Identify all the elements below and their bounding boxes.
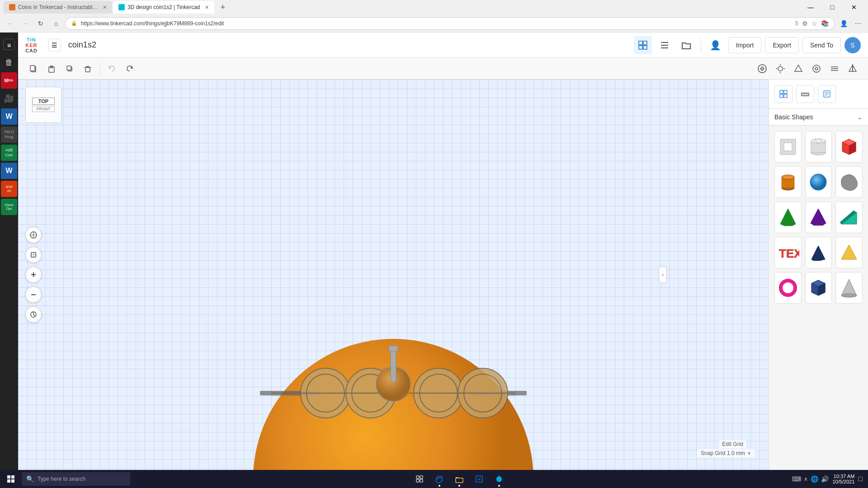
svg-point-20 <box>778 66 783 71</box>
taskbar-datetime[interactable]: 10:37 AM 10/5/2021 <box>832 474 854 484</box>
taskbar-edge[interactable] <box>430 470 448 488</box>
svg-rect-2 <box>639 41 642 45</box>
more-btn[interactable]: ⋯ <box>852 17 864 30</box>
shapes-dropdown-arrow[interactable]: ⌄ <box>857 113 863 121</box>
left-taskbar-w1[interactable]: W <box>1 108 17 125</box>
taskbar-store[interactable] <box>470 470 488 488</box>
zoom-in-btn[interactable]: + <box>25 267 42 283</box>
fit-view-btn[interactable] <box>25 247 42 263</box>
taskbar-search-placeholder: Type here to search <box>38 476 85 482</box>
home-view-btn[interactable] <box>754 61 770 77</box>
left-taskbar-app2[interactable]: TM-DProg <box>1 127 17 143</box>
copy-btn[interactable] <box>25 61 42 77</box>
zoom-out-btn[interactable]: − <box>25 286 42 303</box>
shape-box[interactable] <box>835 131 863 163</box>
shape-pyramid-green[interactable] <box>774 202 802 233</box>
basic-shapes-header[interactable]: Basic Shapes ⌄ <box>769 109 868 126</box>
hamburger-menu-btn[interactable]: ☰ <box>48 39 61 52</box>
shape-box-hole[interactable] <box>774 131 802 163</box>
user-avatar[interactable]: S <box>844 37 861 53</box>
shape-prism[interactable] <box>805 237 832 268</box>
svg-marker-94 <box>811 246 825 261</box>
light-btn[interactable] <box>772 61 788 77</box>
left-taskbar-iew[interactable]: IEW20 <box>1 181 17 197</box>
panel-notes-btn[interactable] <box>818 85 836 103</box>
shape-blob[interactable] <box>835 166 863 198</box>
shape-cylinder-hole[interactable] <box>805 131 832 163</box>
forward-btn[interactable]: → <box>19 17 32 30</box>
edit-grid-label[interactable]: Edit Grid <box>719 440 746 448</box>
browser-tab-2[interactable]: 3D design coin1s2 | Tinkercad ✕ <box>113 1 214 14</box>
left-taskbar-standard[interactable]: StandOps <box>1 199 17 215</box>
shape-wedge[interactable] <box>835 202 863 233</box>
paste-btn[interactable] <box>43 61 60 77</box>
close-btn[interactable]: ✕ <box>844 0 864 14</box>
delete-btn[interactable] <box>80 61 96 77</box>
shape-triangle[interactable] <box>835 237 863 268</box>
browser-tab-1[interactable]: Coins in Tinkercad - Instructable... ✕ <box>4 1 112 14</box>
shape-sphere[interactable] <box>805 166 832 198</box>
back-btn[interactable]: ← <box>4 17 16 30</box>
coin-object[interactable] <box>235 199 552 470</box>
shape-torus[interactable] <box>774 272 802 304</box>
address-bar[interactable]: 🔒 https://www.tinkercad.com/things/ejjbK… <box>65 17 835 30</box>
home-3d-btn[interactable] <box>25 227 42 243</box>
shape-text[interactable]: TEXT <box>774 237 802 268</box>
align-btn[interactable] <box>826 61 843 77</box>
toggle-orientation-btn[interactable] <box>25 306 42 323</box>
svg-text:🖥: 🖥 <box>7 43 11 48</box>
volume-icon[interactable]: 🔊 <box>821 475 829 483</box>
redo-btn[interactable] <box>122 61 138 77</box>
svg-text:TEXT: TEXT <box>779 247 799 260</box>
left-taskbar-cisco[interactable]: 🎥 <box>1 90 17 107</box>
snap-grid-value[interactable]: 1.0 mm <box>727 450 745 456</box>
duplicate-btn[interactable] <box>61 61 78 77</box>
tab1-close[interactable]: ✕ <box>103 5 107 10</box>
import-btn[interactable]: Import <box>728 37 762 53</box>
minimize-btn[interactable]: — <box>800 0 821 14</box>
left-taskbar-recycle[interactable]: 🗑 <box>1 54 17 70</box>
taskbar-file-explorer[interactable] <box>450 470 468 488</box>
refresh-btn[interactable]: ↻ <box>34 17 47 30</box>
shape-btn[interactable] <box>790 61 807 77</box>
send-to-btn[interactable]: Send To <box>802 37 841 53</box>
taskbar-task-view[interactable] <box>410 470 429 488</box>
network-icon[interactable]: 🌐 <box>811 475 818 483</box>
mirror-btn[interactable] <box>844 61 861 77</box>
left-taskbar-add[interactable]: AddCon <box>1 145 17 161</box>
canvas-area[interactable]: + − TOP FRONT <box>18 80 769 470</box>
tab2-close[interactable]: ✕ <box>205 5 209 10</box>
lock-btn[interactable] <box>808 61 825 77</box>
panel-grid-btn[interactable] <box>774 85 793 103</box>
chevron-icon[interactable]: ∧ <box>804 476 808 482</box>
tools-view-btn[interactable] <box>656 36 674 54</box>
home-btn[interactable]: ⌂ <box>50 17 62 30</box>
svg-rect-11 <box>67 66 71 70</box>
left-taskbar-w2[interactable]: W <box>1 163 17 179</box>
shape-pyramid-purple[interactable] <box>805 202 832 233</box>
panel-ruler-btn[interactable] <box>796 85 814 103</box>
taskbar-app-5[interactable] <box>490 470 508 488</box>
undo-btn[interactable] <box>104 61 120 77</box>
taskbar-search[interactable]: 🔍 Type here to search <box>22 472 130 486</box>
folder-view-btn[interactable] <box>677 36 695 54</box>
settings-icon[interactable]: ⚙ <box>802 20 808 27</box>
grid-view-btn[interactable] <box>634 36 652 54</box>
start-btn[interactable] <box>2 470 20 488</box>
add-user-btn[interactable]: 👤 <box>707 36 725 54</box>
panel-collapse-btn[interactable]: › <box>659 267 667 283</box>
export-btn[interactable]: Export <box>765 37 798 53</box>
profile-btn[interactable]: 👤 <box>837 17 850 30</box>
shape-cylinder[interactable] <box>774 166 802 198</box>
tinkercad-logo[interactable]: TIN KER CAD <box>25 37 38 53</box>
collections-icon[interactable]: 📚 <box>821 20 829 27</box>
shape-cone[interactable] <box>835 272 863 304</box>
notification-icon[interactable]: □ <box>858 475 863 483</box>
maximize-btn[interactable]: □ <box>822 0 843 14</box>
perspective-indicator[interactable]: TOP FRONT <box>25 87 61 123</box>
left-taskbar-app1[interactable]: MEd. <box>1 72 17 89</box>
new-tab-btn[interactable]: + <box>215 1 229 14</box>
svg-rect-64 <box>802 93 809 96</box>
star-icon[interactable]: ☆ <box>811 20 817 27</box>
shape-box-dark[interactable] <box>805 272 832 304</box>
